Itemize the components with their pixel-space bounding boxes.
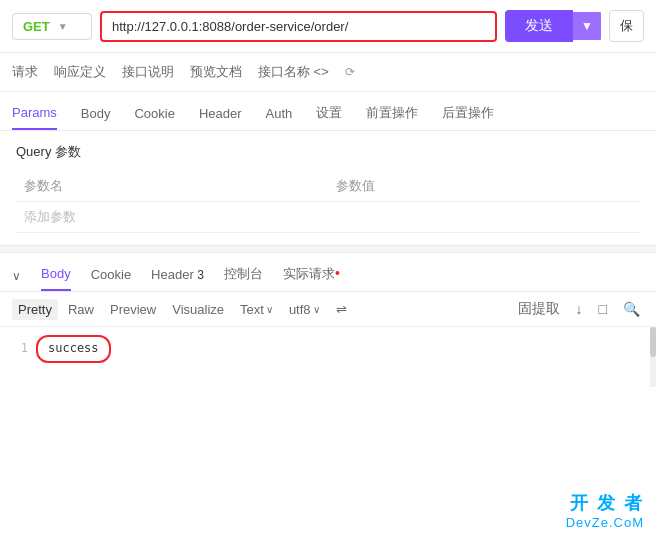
- url-input[interactable]: [100, 11, 497, 42]
- send-btn-group: 发送 ▼: [505, 10, 601, 42]
- response-tab-cookie[interactable]: Cookie: [91, 263, 131, 290]
- response-body: 1 success: [0, 327, 656, 387]
- tab-post-operation[interactable]: 后置操作: [442, 100, 494, 130]
- success-value: success: [36, 335, 111, 363]
- watermark-top: 开 发 者: [566, 491, 644, 515]
- method-label: GET: [23, 19, 50, 34]
- copy-icon[interactable]: □: [595, 299, 611, 319]
- search-icon[interactable]: 🔍: [619, 299, 644, 319]
- save-button[interactable]: 保: [609, 10, 644, 42]
- format-refresh-icon[interactable]: ⇌: [330, 299, 353, 320]
- sub-tab-preview[interactable]: 预览文档: [190, 61, 242, 83]
- tab-cookie[interactable]: Cookie: [134, 102, 174, 129]
- scrollbar-thumb[interactable]: [650, 327, 656, 357]
- params-content: Query 参数 参数名 参数值 添加参数: [0, 131, 656, 245]
- add-param-row[interactable]: 添加参数: [16, 202, 640, 233]
- tab-pre-operation[interactable]: 前置操作: [366, 100, 418, 130]
- top-bar: GET ▼ 发送 ▼ 保: [0, 0, 656, 53]
- response-tabs-row: ∨ Body Cookie Header 3 控制台 实际请求•: [0, 253, 656, 292]
- col-value-header: 参数值: [328, 171, 640, 202]
- extract-button[interactable]: 固提取: [514, 298, 564, 320]
- send-button[interactable]: 发送: [505, 10, 573, 42]
- response-tab-console[interactable]: 控制台: [224, 261, 263, 291]
- params-table: 参数名 参数值 添加参数: [16, 171, 640, 233]
- method-select[interactable]: GET ▼: [12, 13, 92, 40]
- url-bar: [100, 11, 497, 42]
- header-badge: 3: [197, 268, 204, 282]
- sub-tab-api-doc[interactable]: 接口说明: [122, 61, 174, 83]
- format-utf8-dropdown[interactable]: utf8 ∨: [283, 299, 326, 320]
- collapse-button[interactable]: ∨: [12, 269, 21, 283]
- add-param-placeholder: 添加参数: [16, 202, 640, 233]
- scrollbar-track[interactable]: [650, 327, 656, 387]
- utf8-chevron-icon: ∨: [313, 304, 320, 315]
- method-chevron-icon: ▼: [58, 21, 68, 32]
- sub-tab-request[interactable]: 请求: [12, 61, 38, 83]
- watermark: 开 发 者 DevZe.CoM: [566, 491, 644, 530]
- response-line-1: 1 success: [12, 335, 644, 363]
- tab-body[interactable]: Body: [81, 102, 111, 129]
- main-tabs-row: Params Body Cookie Header Auth 设置 前置操作 后…: [0, 92, 656, 131]
- format-right-actions: 固提取 ↓ □ 🔍: [514, 298, 644, 320]
- col-name-header: 参数名: [16, 171, 328, 202]
- tab-auth[interactable]: Auth: [266, 102, 293, 129]
- response-tab-header[interactable]: Header 3: [151, 263, 204, 290]
- format-pretty[interactable]: Pretty: [12, 299, 58, 320]
- sub-tab-api-name[interactable]: 接口名称 <>: [258, 61, 329, 83]
- actual-request-dot: •: [335, 265, 340, 281]
- format-preview[interactable]: Preview: [104, 299, 162, 320]
- format-text-dropdown[interactable]: Text ∨: [234, 299, 279, 320]
- response-tab-actual[interactable]: 实际请求•: [283, 261, 340, 291]
- format-text-label: Text: [240, 302, 264, 317]
- download-icon[interactable]: ↓: [572, 299, 587, 319]
- format-bar: Pretty Raw Preview Visualize Text ∨ utf8…: [0, 292, 656, 327]
- response-area: ∨ Body Cookie Header 3 控制台 实际请求• Pretty …: [0, 253, 656, 387]
- tab-settings[interactable]: 设置: [316, 100, 342, 130]
- line-number: 1: [12, 338, 28, 360]
- sub-tab-response-def[interactable]: 响应定义: [54, 61, 106, 83]
- format-raw[interactable]: Raw: [62, 299, 100, 320]
- tab-params[interactable]: Params: [12, 101, 57, 130]
- query-section-title: Query 参数: [16, 143, 640, 161]
- format-utf8-label: utf8: [289, 302, 311, 317]
- refresh-icon[interactable]: ⟳: [345, 65, 355, 79]
- tab-header[interactable]: Header: [199, 102, 242, 129]
- watermark-bottom: DevZe.CoM: [566, 515, 644, 530]
- format-visualize[interactable]: Visualize: [166, 299, 230, 320]
- text-chevron-icon: ∨: [266, 304, 273, 315]
- send-dropdown-button[interactable]: ▼: [573, 12, 601, 40]
- sub-tabs-row: 请求 响应定义 接口说明 预览文档 接口名称 <> ⟳: [0, 53, 656, 92]
- section-divider: [0, 245, 656, 253]
- response-tab-body[interactable]: Body: [41, 262, 71, 291]
